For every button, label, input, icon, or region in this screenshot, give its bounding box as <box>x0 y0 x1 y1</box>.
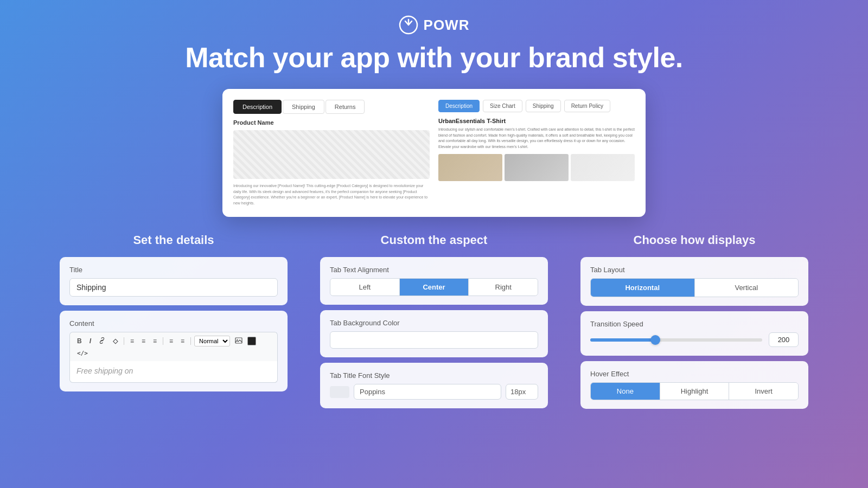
unordered-list-btn[interactable]: ≡ <box>178 336 187 346</box>
tab-title-font-card: Tab Title Font Style <box>320 363 548 408</box>
tab-layout-label: Tab Layout <box>590 266 799 274</box>
section-title-aspect: Custom the aspect <box>320 233 548 247</box>
preview-container: Description Shipping Returns Product Nam… <box>0 89 868 217</box>
section-title-details: Set the details <box>60 233 288 247</box>
tab-title-font-label: Tab Title Font Style <box>330 371 538 380</box>
section-display: Choose how displays Tab Layout Horizonta… <box>580 233 808 414</box>
tab-background-color-card: Tab Background Color <box>320 310 548 357</box>
slider-fill <box>590 338 655 342</box>
preview-tab-returns[interactable]: Returns <box>326 100 365 114</box>
hover-highlight-btn[interactable]: Highlight <box>660 383 730 400</box>
section-custom-aspect: Custom the aspect Tab Text Alignment Lef… <box>320 233 548 414</box>
alignment-btn-group: Left Center Right <box>330 278 538 296</box>
align-right-btn[interactable]: ≡ <box>150 336 159 346</box>
preview-tab2-return[interactable]: Return Policy <box>564 100 610 112</box>
slider-value: 200 <box>769 332 799 347</box>
preview-right: Description Size Chart Shipping Return P… <box>438 100 635 206</box>
font-preview-swatch <box>330 386 349 398</box>
hover-invert-btn[interactable]: Invert <box>729 383 798 400</box>
toolbar-sep-2 <box>163 337 163 345</box>
hero-title: Match your app with your brand style. <box>0 41 868 74</box>
preview-tab-description[interactable]: Description <box>233 100 282 114</box>
font-size-input[interactable] <box>506 384 538 400</box>
hover-effect-label: Hover Effect <box>590 370 799 378</box>
layout-horizontal-btn[interactable]: Horizontal <box>591 279 695 297</box>
preview-product-desc: Introducing our stylish and comfortable … <box>438 127 635 150</box>
preview-product-title: UrbanEssentials T-Shirt <box>438 118 635 124</box>
slider-container: 200 <box>590 332 799 347</box>
preview-img-3 <box>571 154 635 181</box>
alignment-left-btn[interactable]: Left <box>330 279 400 296</box>
preview-tab-shipping[interactable]: Shipping <box>283 100 324 114</box>
preview-tab2-sizechart[interactable]: Size Chart <box>483 100 522 112</box>
color-picker[interactable] <box>247 337 256 345</box>
link-button[interactable] <box>96 336 108 346</box>
alignment-center-btn[interactable]: Center <box>400 279 469 296</box>
content-label: Content <box>69 319 278 328</box>
preview-img-1 <box>438 154 502 181</box>
sections: Set the details Title Content B I ◇ ≡ ≡ … <box>0 233 868 414</box>
slider-track[interactable] <box>590 338 762 342</box>
transition-speed-label: Transition Speed <box>590 320 799 328</box>
font-row <box>330 384 538 400</box>
preview-image-placeholder <box>233 130 430 179</box>
ordered-list-btn[interactable]: ≡ <box>167 336 176 346</box>
title-card: Title <box>60 257 288 305</box>
preview-card: Description Shipping Returns Product Nam… <box>222 89 646 217</box>
alignment-right-btn[interactable]: Right <box>469 279 538 296</box>
preview-product-name: Product Name <box>233 119 430 126</box>
toolbar-sep-3 <box>190 337 191 345</box>
preview-product-image <box>233 130 430 179</box>
editor-content[interactable]: Free shipping on <box>69 361 278 383</box>
tab-text-alignment-card: Tab Text Alignment Left Center Right <box>320 257 548 305</box>
hover-none-btn[interactable]: None <box>591 383 660 400</box>
transition-speed-card: Transition Speed 200 <box>580 311 808 356</box>
logo-text: POWR <box>424 17 470 34</box>
svg-point-2 <box>237 339 238 340</box>
title-input[interactable] <box>69 278 278 297</box>
format-select[interactable]: Normal H1 H2 H3 <box>194 336 230 346</box>
hover-btn-group: None Highlight Invert <box>590 382 799 400</box>
preview-tab2-description[interactable]: Description <box>438 100 480 112</box>
tab-layout-card: Tab Layout Horizontal Vertical <box>580 257 808 306</box>
layout-btn-group: Horizontal Vertical <box>590 278 799 297</box>
preview-tabs-left: Description Shipping Returns <box>233 100 430 114</box>
align-left-btn[interactable]: ≡ <box>127 336 137 346</box>
tab-background-color-input[interactable] <box>330 331 538 349</box>
section-title-display: Choose how displays <box>580 233 808 247</box>
content-card: Content B I ◇ ≡ ≡ ≡ ≡ ≡ Normal H1 <box>60 311 288 391</box>
editor-toolbar: B I ◇ ≡ ≡ ≡ ≡ ≡ Normal H1 H2 H3 <box>69 332 278 361</box>
italic-button[interactable]: I <box>87 336 94 346</box>
bold-button[interactable]: B <box>74 336 85 346</box>
header: POWR Match your app with your brand styl… <box>0 0 868 84</box>
slider-thumb[interactable] <box>650 335 660 345</box>
preview-tab2-shipping[interactable]: Shipping <box>526 100 561 112</box>
section-set-details: Set the details Title Content B I ◇ ≡ ≡ … <box>60 233 288 414</box>
preview-left: Description Shipping Returns Product Nam… <box>233 100 430 206</box>
preview-inner: Description Shipping Returns Product Nam… <box>233 100 635 206</box>
logo: POWR <box>0 15 868 35</box>
toolbar-sep-1 <box>124 337 124 345</box>
preview-product-body: Introducing our innovative [Product Name… <box>233 183 430 206</box>
layout-vertical-btn[interactable]: Vertical <box>695 279 799 297</box>
hover-effect-card: Hover Effect None Highlight Invert <box>580 361 808 409</box>
svg-rect-1 <box>235 338 242 343</box>
font-name-input[interactable] <box>354 384 501 400</box>
title-label: Title <box>69 266 278 274</box>
preview-img-2 <box>505 154 569 181</box>
code-button[interactable]: </> <box>74 349 91 358</box>
powr-logo-icon <box>399 15 418 35</box>
image-button[interactable]: ◇ <box>110 336 120 346</box>
preview-tabs-right: Description Size Chart Shipping Return P… <box>438 100 635 112</box>
tab-text-alignment-label: Tab Text Alignment <box>330 266 538 274</box>
preview-image-grid <box>438 154 635 181</box>
align-center-btn[interactable]: ≡ <box>139 336 148 346</box>
tab-background-color-label: Tab Background Color <box>330 319 538 327</box>
editor-placeholder-text: Free shipping on <box>76 367 271 375</box>
image-insert-btn[interactable] <box>232 336 245 346</box>
